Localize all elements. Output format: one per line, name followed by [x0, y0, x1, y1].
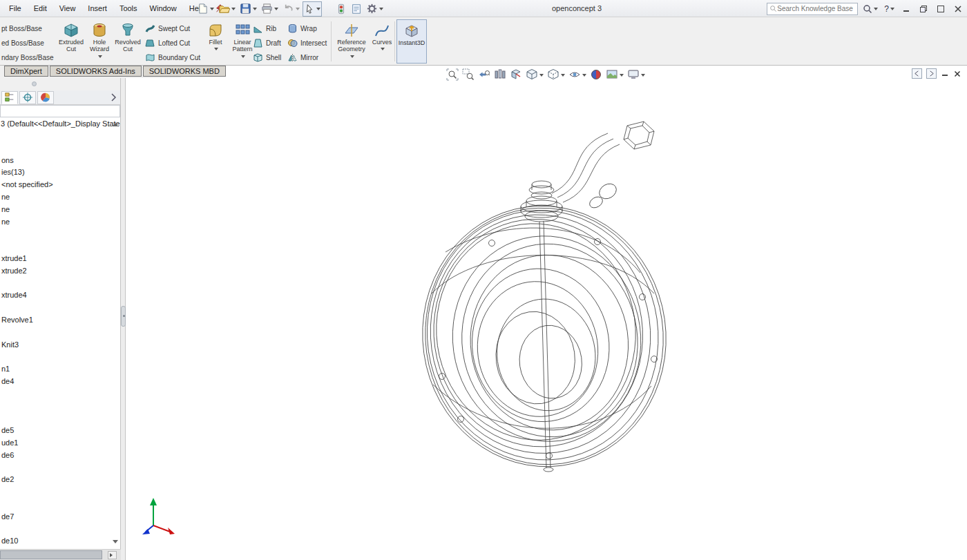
boundary-boss-base-button[interactable]: ndary Boss/Base: [1, 50, 54, 64]
doc-previous-icon[interactable]: [912, 68, 922, 79]
doc-minimize-icon[interactable]: [941, 70, 949, 78]
panel-expand-chevron-icon[interactable]: [109, 93, 117, 102]
section-view-icon[interactable]: [509, 68, 523, 81]
window-restore-icon[interactable]: [917, 2, 930, 15]
tab-dimxpert[interactable]: DimXpert: [4, 66, 48, 77]
menu-window[interactable]: Window: [144, 0, 183, 17]
display-style-icon[interactable]: [546, 68, 566, 81]
search-input[interactable]: [777, 5, 853, 12]
tree-item[interactable]: n1: [0, 363, 120, 376]
tree-item[interactable]: [0, 400, 120, 413]
annotation-views-icon[interactable]: [493, 68, 507, 81]
tree-item[interactable]: ude1: [0, 437, 120, 450]
boundary-cut-button[interactable]: Boundary Cut: [145, 50, 200, 64]
configurationmanager-tab[interactable]: [37, 91, 54, 104]
panel-splitter[interactable]: [121, 78, 126, 560]
rebuild-icon[interactable]: [334, 1, 348, 17]
tab-solidworks-mbd[interactable]: SOLIDWORKS MBD: [143, 66, 226, 77]
swept-cut-button[interactable]: Swept Cut: [145, 21, 190, 35]
tree-item[interactable]: de5: [0, 425, 120, 437]
tree-scroll-down-icon[interactable]: [113, 540, 118, 546]
tree-item[interactable]: Knit3: [0, 339, 120, 351]
shell-button[interactable]: Shell: [253, 50, 281, 64]
window-minimize-icon[interactable]: [899, 2, 913, 15]
window-close-icon[interactable]: [951, 2, 965, 15]
splitter-handle[interactable]: [121, 306, 126, 327]
zoom-to-fit-icon[interactable]: [446, 68, 459, 81]
tree-item[interactable]: [0, 278, 120, 290]
mirror-button[interactable]: Mirror: [287, 50, 318, 64]
menu-edit[interactable]: Edit: [28, 0, 53, 17]
window-maximize-icon[interactable]: [934, 2, 948, 15]
tree-item[interactable]: Revolve1: [0, 314, 120, 327]
tree-item[interactable]: de7: [0, 511, 120, 523]
scrollbar-thumb[interactable]: [0, 550, 102, 559]
print-icon[interactable]: [260, 1, 280, 17]
view-orientation-icon[interactable]: [525, 68, 544, 81]
select-icon[interactable]: [303, 1, 322, 17]
tree-item[interactable]: [0, 462, 120, 474]
file-properties-icon[interactable]: [350, 1, 363, 17]
tree-item[interactable]: [0, 523, 120, 536]
wrap-button[interactable]: Wrap: [287, 21, 317, 35]
extruded-cut-button[interactable]: Extruded Cut: [57, 19, 86, 64]
fillet-button[interactable]: Fillet: [203, 19, 228, 64]
tree-item[interactable]: [0, 240, 120, 253]
tree-item[interactable]: ne: [0, 216, 120, 229]
menu-view[interactable]: View: [53, 0, 82, 17]
tree-item[interactable]: xtrude2: [0, 265, 120, 278]
curves-button[interactable]: Curves: [370, 19, 394, 64]
lofted-boss-base-button[interactable]: ed Boss/Base: [1, 36, 44, 50]
undo-icon[interactable]: [281, 1, 301, 17]
edit-appearance-icon[interactable]: [589, 68, 603, 81]
tree-item[interactable]: de2: [0, 474, 120, 486]
new-document-icon[interactable]: [195, 1, 216, 17]
view-settings-icon[interactable]: [626, 68, 646, 81]
tree-item[interactable]: <not specified>: [0, 179, 120, 191]
save-icon[interactable]: [238, 1, 258, 17]
tree-item[interactable]: ne: [0, 204, 120, 216]
reference-geometry-button[interactable]: Reference Geometry: [334, 19, 369, 64]
options-gear-icon[interactable]: [365, 1, 385, 17]
hide-show-items-icon[interactable]: [568, 68, 587, 81]
menu-file[interactable]: File: [3, 0, 28, 17]
panel-collapse-handle[interactable]: [32, 81, 37, 86]
draft-button[interactable]: Draft: [253, 36, 281, 50]
hole-wizard-button[interactable]: Hole Wizard: [87, 19, 112, 64]
tree-item[interactable]: [0, 388, 120, 400]
tree-item[interactable]: [0, 142, 120, 155]
tree-item[interactable]: [0, 327, 120, 339]
search-scope-icon[interactable]: [861, 2, 879, 16]
tree-item[interactable]: de4: [0, 376, 120, 388]
tree-item[interactable]: [0, 302, 120, 314]
open-icon[interactable]: [217, 1, 237, 17]
doc-close-icon[interactable]: [953, 70, 961, 78]
tab-solidworks-addins[interactable]: SOLIDWORKS Add-Ins: [50, 66, 142, 77]
tree-item[interactable]: de6: [0, 450, 120, 462]
zoom-to-area-icon[interactable]: [461, 68, 475, 81]
featuremanager-tree-tab[interactable]: [1, 91, 18, 104]
tree-horizontal-scrollbar[interactable]: [0, 549, 121, 560]
help-button[interactable]: ?: [883, 4, 896, 14]
apply-scene-icon[interactable]: [605, 68, 624, 81]
intersect-button[interactable]: Intersect: [287, 36, 327, 50]
tree-item[interactable]: ne: [0, 191, 120, 204]
tree-item[interactable]: xtrude4: [0, 289, 120, 302]
tree-item[interactable]: de10: [0, 535, 120, 548]
scrollbar-right-arrow-icon[interactable]: [108, 551, 117, 559]
revolved-cut-button[interactable]: Revolved Cut: [113, 19, 142, 64]
propertymanager-tab[interactable]: [19, 91, 36, 104]
tree-item[interactable]: [0, 130, 120, 142]
doc-next-icon[interactable]: [926, 68, 937, 79]
tree-filter-field[interactable]: [0, 105, 120, 117]
tree-item[interactable]: [0, 412, 120, 425]
lofted-cut-button[interactable]: Lofted Cut: [145, 36, 190, 50]
tree-scroll-up-icon[interactable]: [113, 120, 118, 126]
tree-root-item[interactable]: 3 (Default<<Default>_Display State 1>: [0, 117, 120, 130]
tree-item[interactable]: ies(13): [0, 166, 120, 179]
tree-item[interactable]: ons: [0, 155, 120, 167]
menu-insert[interactable]: Insert: [82, 0, 113, 17]
menu-tools[interactable]: Tools: [113, 0, 144, 17]
tree-item[interactable]: [0, 486, 120, 499]
graphics-area[interactable]: [121, 66, 967, 560]
